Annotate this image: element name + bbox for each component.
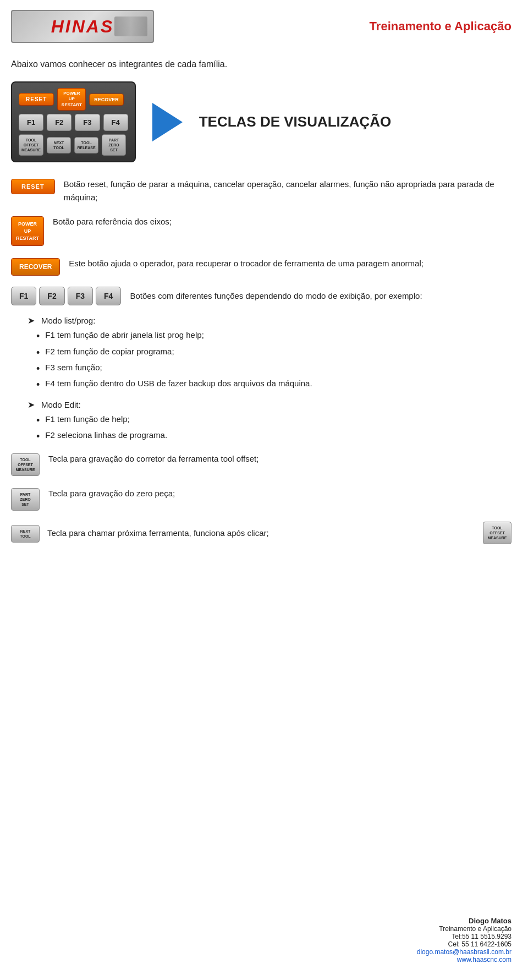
footer-title: Treinamento e Aplicação (417, 925, 512, 933)
footer-cel: Cel: 55 11 6422-1605 (417, 940, 512, 948)
mode1-item-2: • F2 tem função de copiar programa; (36, 347, 512, 359)
reset-section: RESET Botão reset, função de parar a máq… (11, 178, 512, 204)
mode1-item-4: • F4 tem função dentro do USB de fazer b… (36, 379, 512, 391)
mode2-item-2: • F2 seleciona linhas de programa. (36, 430, 512, 443)
mode1-item-2-text: F2 tem função de copiar programa; (45, 347, 174, 356)
logo-text: HINAS (51, 17, 114, 37)
btn-reset-panel[interactable]: RESET (19, 93, 54, 106)
mode2-item-2-text: F2 seleciona linhas de programa. (45, 430, 167, 440)
f-buttons-text: Botões com diferentes funções dependendo… (130, 289, 512, 303)
header: HINAS Treinamento e Aplicação (0, 0, 528, 48)
mode2-item-1: • F1 tem função de help; (36, 414, 512, 427)
bullet-3: • (36, 363, 40, 375)
reset-icon: RESET (11, 179, 55, 194)
content-area: Abaixo vamos conhecer os integrantes de … (0, 48, 528, 565)
part-zero-icon: PARTZEROSET (11, 488, 40, 511)
f-buttons-display: F1 F2 F3 F4 (11, 287, 121, 305)
footer-website[interactable]: www.haascnc.com (457, 956, 512, 963)
next-tool-icon: NEXTTOOL (11, 525, 40, 543)
btn-f2-panel[interactable]: F2 (47, 114, 72, 131)
next-tool-icon-right: TOOLOFFSETMEASURE (483, 522, 512, 544)
logo-area: HINAS (11, 10, 154, 43)
mode1-item-3-text: F3 sem função; (45, 363, 102, 372)
part-zero-section: PARTZEROSET Tecla para gravação do zero … (11, 487, 512, 511)
mode1-item-3: • F3 sem função; (36, 363, 512, 375)
btn-display-reset[interactable]: RESET (11, 179, 55, 194)
mode1-item-1-text: F1 tem função de abrir janela list prog … (45, 330, 204, 340)
power-text: Botão para referência dos eixos; (53, 215, 512, 228)
mode1-item-4-text: F4 tem função dentro do USB de fazer bac… (45, 379, 312, 388)
bullet-1: • (36, 330, 40, 343)
page-title: Treinamento e Aplicação (370, 19, 512, 34)
btn-display-f3[interactable]: F3 (68, 287, 93, 305)
btn-part-zero-panel[interactable]: PARTZEROSET (102, 134, 126, 156)
bullet-4: • (36, 379, 40, 391)
mode1-label: ➤ Modo list/prog: (28, 315, 512, 326)
btn-tool-release-panel[interactable]: TOOLRELEASE (74, 137, 98, 154)
btn-display-recover[interactable]: RECOVER (11, 258, 60, 276)
power-section: POWERUPRESTART Botão para referência dos… (11, 215, 512, 246)
tool-offset-text: Tecla para gravação do corretor da ferra… (48, 452, 512, 466)
mode-listprog: ➤ Modo list/prog: • F1 tem função de abr… (28, 315, 512, 392)
btn-power-panel[interactable]: POWERUPRESTART (57, 88, 86, 111)
tool-offset-icon: TOOLOFFSETMEASURE (11, 453, 40, 476)
f-row-section: F1 F2 F3 F4 Botões com diferentes funçõe… (11, 287, 512, 305)
btn-display-f1[interactable]: F1 (11, 287, 36, 305)
intro-text: Abaixo vamos conhecer os integrantes de … (11, 59, 512, 69)
btn-display-tool-offset[interactable]: TOOLOFFSETMEASURE (11, 453, 40, 476)
keyboard-panel-section: RESET POWERUPRESTART RECOVER F1 F2 F3 F4… (11, 81, 512, 162)
footer-tel: Tel:55 11 5515.9293 (417, 933, 512, 940)
panel-row-3: TOOLOFFSETMEASURE NEXTTOOL TOOLRELEASE P… (19, 134, 128, 156)
reset-text: Botão reset, função de parar a máquina, … (64, 178, 512, 204)
mode-edit: ➤ Modo Edit: • F1 tem função de help; • … (28, 399, 512, 444)
bullet-6: • (36, 430, 40, 443)
btn-display-part-zero[interactable]: PARTZEROSET (11, 488, 40, 511)
btn-next-tool-panel[interactable]: NEXTTOOL (47, 137, 71, 154)
btn-f1-panel[interactable]: F1 (19, 114, 43, 131)
mode1-item-1: • F1 tem função de abrir janela list pro… (36, 330, 512, 343)
bullet-5: • (36, 414, 40, 427)
btn-recover-panel[interactable]: RECOVER (89, 94, 124, 106)
mode2-label: ➤ Modo Edit: (28, 399, 512, 410)
btn-f3-panel[interactable]: F3 (75, 114, 100, 131)
footer: Diogo Matos Treinamento e Aplicação Tel:… (417, 917, 512, 963)
arrow-bullet-1: ➤ (28, 315, 35, 326)
footer-name: Diogo Matos (417, 917, 512, 925)
part-zero-text: Tecla para gravação do zero peça; (48, 487, 512, 500)
recover-text: Este botão ajuda o operador, para recupe… (69, 257, 512, 270)
btn-tool-offset-panel[interactable]: TOOLOFFSETMEASURE (19, 134, 43, 156)
arrow-bullet-2: ➤ (28, 399, 35, 410)
footer-email[interactable]: diogo.matos@haasbrasil.com.br (417, 948, 512, 956)
btn-display-power[interactable]: POWERUPRESTART (11, 216, 44, 246)
recover-icon: RECOVER (11, 258, 60, 276)
btn-display-f4[interactable]: F4 (96, 287, 121, 305)
btn-display-next-tool[interactable]: NEXTTOOL (11, 525, 40, 543)
teclas-label: TECLAS DE VISUALIZAÇÃO (199, 113, 392, 130)
btn-display-f2[interactable]: F2 (39, 287, 64, 305)
recover-section: RECOVER Este botão ajuda o operador, par… (11, 257, 512, 276)
mode2-item-1-text: F1 tem função de help; (45, 414, 129, 424)
tool-offset-section: TOOLOFFSETMEASURE Tecla para gravação do… (11, 452, 512, 476)
btn-display-tool-offset-right[interactable]: TOOLOFFSETMEASURE (483, 522, 512, 544)
mode2-label-text: Modo Edit: (41, 400, 81, 409)
mode1-label-text: Modo list/prog: (41, 316, 95, 325)
next-tool-text: Tecla para chamar próxima ferramenta, fu… (47, 527, 475, 540)
bullet-2: • (36, 347, 40, 359)
arrow-right-icon (152, 103, 183, 141)
keyboard-panel: RESET POWERUPRESTART RECOVER F1 F2 F3 F4… (11, 81, 136, 162)
panel-row-1: RESET POWERUPRESTART RECOVER (19, 88, 128, 111)
next-tool-section: NEXTTOOL Tecla para chamar próxima ferra… (11, 522, 512, 544)
btn-f4-panel[interactable]: F4 (103, 114, 128, 131)
power-icon: POWERUPRESTART (11, 216, 44, 246)
panel-row-2: F1 F2 F3 F4 (19, 114, 128, 131)
